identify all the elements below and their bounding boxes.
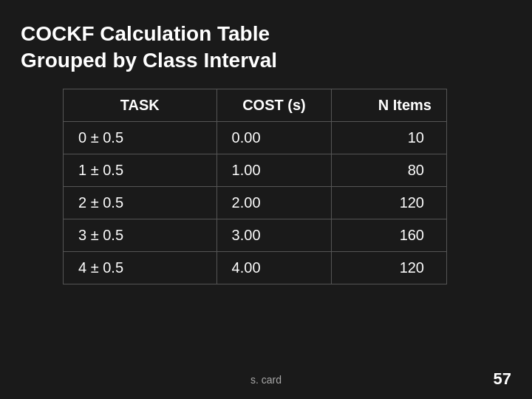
cell-cost: 3.00 [216, 219, 332, 252]
table-row: 4 ± 0.54.00120 [64, 252, 447, 284]
cell-task: 1 ± 0.5 [64, 154, 217, 187]
table-row: 3 ± 0.53.00160 [64, 219, 447, 252]
cell-items: 160 [332, 219, 447, 252]
cell-cost: 4.00 [216, 252, 332, 284]
cell-cost: 2.00 [216, 187, 332, 219]
header-task: TASK [64, 89, 217, 122]
page-title: COCKF Calculation Table Grouped by Class… [21, 21, 277, 75]
table-row: 1 ± 0.51.0080 [64, 154, 447, 187]
table-row: 0 ± 0.50.0010 [64, 122, 447, 154]
calculation-table-container: TASK COST (s) N Items 0 ± 0.50.00101 ± 0… [63, 89, 447, 284]
table-header-row: TASK COST (s) N Items [64, 89, 447, 122]
cell-task: 2 ± 0.5 [64, 187, 217, 219]
footer-credit: s. card [250, 374, 282, 386]
title-line2: Grouped by Class Interval [21, 47, 277, 74]
cell-cost: 1.00 [216, 154, 332, 187]
header-items: N Items [332, 89, 447, 122]
cell-task: 0 ± 0.5 [64, 122, 217, 154]
table-row: 2 ± 0.52.00120 [64, 187, 447, 219]
title-line1: COCKF Calculation Table [21, 21, 277, 47]
cell-items: 120 [332, 187, 447, 219]
cell-items: 10 [332, 122, 447, 154]
cell-task: 4 ± 0.5 [64, 252, 217, 284]
header-cost: COST (s) [216, 89, 332, 122]
cockf-table: TASK COST (s) N Items 0 ± 0.50.00101 ± 0… [63, 89, 447, 284]
page-number: 57 [494, 369, 511, 389]
cell-items: 120 [332, 252, 447, 284]
cell-task: 3 ± 0.5 [64, 219, 217, 252]
cell-cost: 0.00 [216, 122, 332, 154]
cell-items: 80 [332, 154, 447, 187]
